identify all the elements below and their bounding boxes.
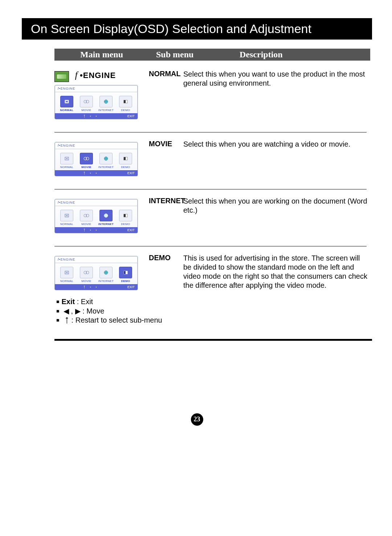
osd-exit[interactable]: EXIT: [127, 228, 135, 232]
mode-movie[interactable]: MOVIE: [78, 153, 95, 169]
divider: [54, 189, 367, 189]
desc-movie: Select this when you are watching a vide…: [183, 140, 372, 176]
osd-nav-icons[interactable]: ⭡ ◂ ▸: [58, 228, 124, 232]
mode-internet[interactable]: INTERNET: [97, 96, 115, 112]
mode-internet[interactable]: INTERNET: [97, 210, 115, 226]
svg-rect-23: [124, 214, 126, 217]
left-arrow-icon: ◀: [64, 307, 69, 315]
mode-normal[interactable]: NORMAL: [58, 153, 75, 169]
mode-normal[interactable]: NORMAL: [58, 210, 75, 226]
page-title: On Screen Display(OSD) Selection and Adj…: [22, 18, 372, 40]
mode-demo[interactable]: DEMO: [117, 96, 134, 112]
osd-panel-normal: f•ENGINE NORMAL MOVIE INTERNET DEMO ⭡ ◂ …: [54, 85, 138, 119]
row-normal: f •ENGINE f•ENGINE NORMAL MOVIE INTERNET…: [54, 70, 372, 119]
mode-normal[interactable]: NORMAL: [58, 96, 75, 112]
svg-rect-31: [124, 271, 126, 274]
osd-exit[interactable]: EXIT: [127, 285, 135, 289]
desc-internet: Select this when you are working on the …: [183, 197, 372, 233]
mode-movie[interactable]: MOVIE: [78, 96, 95, 112]
osd-panel-demo: f•ENGINE NORMAL MOVIE INTERNET DEMO ⭡ ◂ …: [54, 256, 138, 290]
divider: [54, 246, 367, 246]
footer-bar: [54, 339, 372, 341]
osd-nav-icons[interactable]: ⭡ ◂ ▸: [58, 114, 124, 118]
mode-internet[interactable]: INTERNET: [97, 153, 115, 169]
osd-exit[interactable]: EXIT: [127, 171, 135, 175]
osd-nav-icons[interactable]: ⭡ ◂ ▸: [58, 285, 124, 289]
osd-exit[interactable]: EXIT: [127, 114, 135, 118]
submenu-demo: DEMO: [149, 254, 183, 290]
submenu-normal: NORMAL: [149, 70, 183, 119]
svg-rect-7: [124, 100, 126, 103]
mode-normal[interactable]: NORMAL: [58, 267, 75, 283]
desc-demo: This is used for advertising in the stor…: [183, 254, 372, 290]
svg-point-20: [86, 214, 89, 217]
mode-demo[interactable]: DEMO: [117, 267, 134, 283]
svg-point-28: [86, 271, 89, 274]
notes: ■Exit : Exit ■ ◀ , ▶ : Move ■ ⭡ : Restar…: [56, 298, 372, 324]
osd-panel-internet: f•ENGINE NORMAL MOVIE INTERNET DEMO ⭡ ◂ …: [54, 199, 138, 233]
page-number: 23: [191, 413, 203, 426]
up-return-icon: ⭡: [64, 316, 69, 324]
right-arrow-icon: ▶: [75, 307, 81, 315]
table-header: Main menu Sub menu Description: [54, 49, 370, 61]
mode-internet[interactable]: INTERNET: [97, 267, 115, 283]
divider: [54, 132, 367, 132]
osd-panel-movie: f•ENGINE NORMAL MOVIE INTERNET DEMO ⭡ ◂ …: [54, 142, 138, 176]
header-desc: Description: [232, 50, 370, 60]
svg-rect-15: [124, 157, 126, 160]
osd-nav-icons[interactable]: ⭡ ◂ ▸: [58, 171, 124, 175]
row-demo: f•ENGINE NORMAL MOVIE INTERNET DEMO ⭡ ◂ …: [54, 254, 372, 290]
submenu-movie: MOVIE: [149, 140, 183, 176]
engine-badge-icon: [54, 71, 69, 82]
header-main: Main menu: [54, 50, 149, 60]
engine-title: f •ENGINE: [75, 71, 116, 80]
mode-demo[interactable]: DEMO: [117, 153, 134, 169]
mode-movie[interactable]: MOVIE: [78, 267, 95, 283]
submenu-internet: INTERNET: [149, 197, 183, 233]
svg-point-12: [86, 157, 89, 160]
mode-movie[interactable]: MOVIE: [78, 210, 95, 226]
row-internet: f•ENGINE NORMAL MOVIE INTERNET DEMO ⭡ ◂ …: [54, 197, 372, 233]
row-movie: f•ENGINE NORMAL MOVIE INTERNET DEMO ⭡ ◂ …: [54, 140, 372, 176]
header-sub: Sub menu: [149, 50, 232, 60]
svg-point-4: [86, 100, 89, 103]
desc-normal: Select this when you want to use the pro…: [183, 70, 372, 119]
mode-demo[interactable]: DEMO: [117, 210, 134, 226]
